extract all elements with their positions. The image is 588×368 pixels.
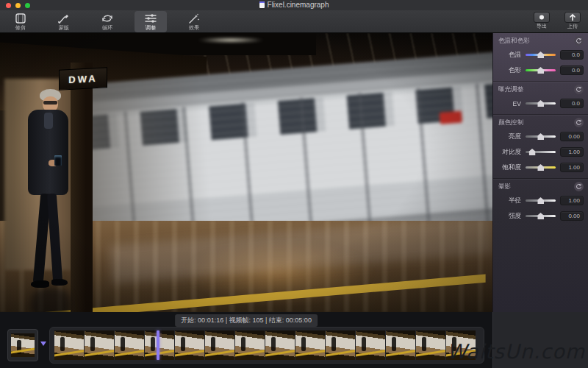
- timeline-thumbnail[interactable]: [386, 330, 415, 360]
- loop-icon: [100, 12, 115, 24]
- timeline-thumbnail[interactable]: [175, 330, 204, 360]
- video-canvas[interactable]: DWA: [0, 33, 492, 312]
- slider-handle[interactable]: [537, 52, 544, 58]
- slider-label: EV: [495, 100, 521, 107]
- slider-label: 饱和度: [495, 163, 521, 171]
- export-label: 导出: [537, 24, 547, 30]
- watermark: WaitsUn.com: [447, 340, 585, 363]
- panel-section: 色温和色彩 色温 0.0 色彩 0.0: [493, 33, 588, 81]
- value-field[interactable]: 0.0: [560, 99, 584, 108]
- section-title: 颜色控制: [498, 118, 523, 127]
- slider-row: 强度 0.00: [493, 208, 588, 224]
- timeline-thumbnail[interactable]: [295, 330, 325, 360]
- reset-button[interactable]: [574, 182, 584, 191]
- loop-preview-thumbnail[interactable]: [7, 329, 38, 361]
- reset-button[interactable]: [574, 85, 584, 94]
- tool-trim[interactable]: 修剪: [4, 11, 37, 32]
- value-field[interactable]: 0.00: [560, 211, 584, 221]
- playhead[interactable]: [157, 330, 159, 360]
- tool-adjust[interactable]: 调整: [135, 11, 167, 32]
- slider-row: 对比度 1.00: [493, 144, 588, 160]
- slider-row: EV 0.0: [493, 96, 588, 111]
- slider-label: 半径: [495, 196, 521, 205]
- panel-section: 晕影 半径 1.00 强度 0.00: [493, 178, 588, 227]
- reset-button[interactable]: [574, 36, 584, 46]
- value-field[interactable]: 1.00: [560, 147, 584, 157]
- timeline-thumbnail[interactable]: [145, 330, 174, 360]
- slider[interactable]: [526, 52, 556, 58]
- adjustments-panel: 色温和色彩 色温 0.0 色彩 0.0 曝光调整 EV 0.0 颜: [492, 33, 588, 312]
- timeline-thumbnail[interactable]: [356, 330, 385, 360]
- reset-button[interactable]: [574, 118, 584, 127]
- effects-wand-icon: [187, 12, 201, 24]
- panel-section: 颜色控制 亮度 0.00 对比度 1.00 饱和度 1.00: [493, 114, 588, 178]
- trim-icon: [13, 12, 28, 24]
- chevron-down-icon[interactable]: [40, 342, 46, 346]
- timeline-thumbnail[interactable]: [54, 330, 84, 360]
- slider-label: 色彩: [495, 66, 521, 74]
- section-title: 曝光调整: [498, 85, 523, 93]
- titlebar: Flixel.cinemagraph: [0, 0, 588, 10]
- section-title: 色温和色彩: [498, 36, 530, 45]
- slider-handle[interactable]: [537, 164, 544, 171]
- slider-row: 饱和度 1.00: [493, 160, 588, 175]
- slider[interactable]: [526, 197, 556, 204]
- slider-handle[interactable]: [537, 213, 544, 219]
- slider-handle[interactable]: [537, 197, 544, 204]
- slider[interactable]: [526, 149, 556, 155]
- slider-label: 亮度: [495, 132, 521, 141]
- slider-row: 亮度 0.00: [493, 129, 588, 144]
- tool-loop[interactable]: 循环: [91, 11, 123, 32]
- tool-mask[interactable]: 蒙版: [48, 11, 80, 32]
- timeline-thumbnail[interactable]: [85, 330, 114, 360]
- clip-info: 开始: 00:01:16 | 视频帧: 105 | 结束: 00:05:00: [175, 314, 318, 327]
- slider-handle[interactable]: [537, 133, 544, 140]
- section-title: 晕影: [498, 182, 511, 191]
- action-group: 导出 上传: [528, 11, 587, 32]
- slider[interactable]: [526, 164, 556, 171]
- document-icon: [259, 1, 265, 8]
- tool-label-loop: 循环: [102, 25, 112, 32]
- tool-label-adjust: 调整: [146, 25, 156, 32]
- upload-icon: [564, 12, 581, 23]
- filmstrip[interactable]: [49, 327, 484, 364]
- slider-handle[interactable]: [537, 67, 544, 74]
- panel-section: 曝光调整 EV 0.0: [493, 81, 588, 114]
- timeline-thumbnail[interactable]: [205, 330, 234, 360]
- vignette-overlay: [0, 33, 492, 312]
- upload-label: 上传: [567, 24, 578, 30]
- upload-button[interactable]: 上传: [559, 11, 587, 32]
- value-field[interactable]: 0.0: [560, 50, 584, 60]
- slider[interactable]: [526, 67, 556, 74]
- timeline-thumbnail[interactable]: [115, 330, 144, 360]
- value-field[interactable]: 0.00: [560, 132, 584, 141]
- window-title: Flixel.cinemagraph: [0, 0, 588, 10]
- preview-frame: [11, 333, 35, 357]
- value-field[interactable]: 0.0: [560, 66, 584, 75]
- mask-brush-icon: [57, 12, 71, 24]
- export-button[interactable]: 导出: [528, 11, 556, 32]
- slider-row: 半径 1.00: [493, 193, 588, 208]
- timeline-thumbnail[interactable]: [326, 330, 355, 360]
- slider[interactable]: [526, 133, 556, 140]
- slider-label: 色温: [495, 50, 521, 59]
- timeline-thumbnail[interactable]: [416, 330, 445, 360]
- tool-effects[interactable]: 效果: [178, 11, 210, 32]
- timeline-thumbnail[interactable]: [265, 330, 295, 360]
- tool-label-trim: 修剪: [15, 25, 26, 32]
- slider[interactable]: [526, 100, 556, 107]
- tool-label-effects: 效果: [189, 25, 199, 32]
- slider-row: 色温 0.0: [493, 47, 588, 63]
- slider-label: 对比度: [495, 147, 521, 156]
- slider[interactable]: [526, 213, 556, 219]
- value-field[interactable]: 1.00: [560, 196, 584, 205]
- value-field[interactable]: 1.00: [560, 163, 584, 172]
- timeline-thumbnail[interactable]: [235, 330, 265, 360]
- slider-row: 色彩 0.0: [493, 63, 588, 78]
- tool-group: 修剪 蒙版 循环 调整 效果: [4, 11, 210, 32]
- toolbar: 修剪 蒙版 循环 调整 效果 导出 上传: [0, 10, 588, 33]
- app-window: Flixel.cinemagraph 修剪 蒙版 循环 调整 效果 导出 上传: [0, 0, 588, 368]
- adjust-sliders-icon: [143, 12, 158, 24]
- slider-handle[interactable]: [537, 100, 544, 107]
- slider-handle[interactable]: [529, 149, 536, 155]
